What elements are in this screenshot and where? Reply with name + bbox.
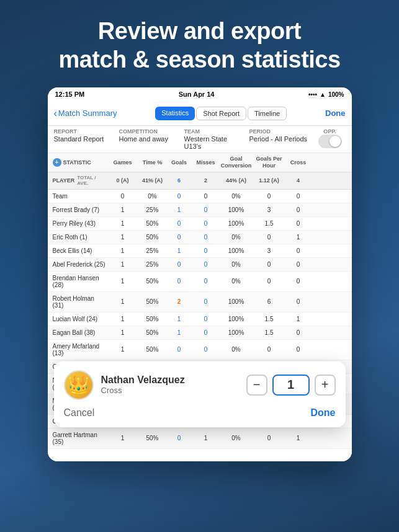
table-row[interactable]: Abel Frederick (25) 1 25% 0 0 0% 0 0	[48, 258, 352, 272]
cell-gph: 1.5	[253, 217, 286, 230]
sh-gc: 44% (A)	[220, 172, 253, 189]
done-button[interactable]: Done	[325, 109, 346, 118]
cell-gph: 0	[253, 190, 286, 203]
cell-games: 1	[107, 428, 138, 448]
table-row[interactable]: Perry Riley (43) 1 50% 0 0 100% 1.5 0	[48, 217, 352, 231]
add-stat-icon[interactable]: +	[53, 158, 61, 167]
cell-cross: 0	[286, 203, 311, 216]
player-name: Eagan Ball (38)	[52, 326, 107, 339]
competition-value[interactable]: Home and away	[119, 135, 181, 143]
cell-cross: 0	[286, 217, 311, 230]
cell-goals: 0	[167, 272, 192, 291]
popup-name-section: Nathan Velazquez Cross	[101, 375, 246, 395]
chevron-left-icon: ‹	[54, 108, 57, 119]
opp-toggle[interactable]	[318, 135, 342, 148]
cell-misses: 0	[192, 217, 220, 230]
table-row[interactable]: Eagan Ball (38) 1 50% 1 0 100% 1.5 0	[48, 326, 352, 340]
popup-overlay: 👑 Nathan Velazquez Cross − 1 + Cancel Do…	[48, 374, 352, 415]
signal-icon: ••••	[308, 91, 317, 98]
th-games: Games	[107, 153, 138, 172]
sh-games: 0 (A)	[107, 172, 138, 189]
cell-gc: 0%	[220, 272, 253, 291]
cell-time: 50%	[138, 428, 167, 448]
sh-time: 41% (A)	[138, 172, 167, 189]
cell-gph: 0	[253, 340, 286, 360]
table-subheader: PLAYER TOTAL / AVE. 0 (A) 41% (A) 6 2 44…	[48, 172, 352, 190]
cell-time: 50%	[138, 326, 167, 339]
table-row[interactable]: Robert Holman (31) 1 50% 2 0 100% 6 0	[48, 292, 352, 313]
table-row[interactable]: Eric Roth (1) 1 50% 0 0 0% 0 1	[48, 231, 352, 244]
report-label: REPORT	[54, 128, 115, 135]
cell-cross: 0	[286, 258, 311, 271]
cell-gc: 100%	[220, 217, 253, 230]
cell-misses: 0	[192, 292, 220, 312]
popup-done-button[interactable]: Done	[311, 407, 336, 419]
cell-goals: 0	[167, 190, 192, 203]
sh-player: PLAYER TOTAL / AVE.	[52, 172, 107, 189]
cell-time: 50%	[138, 292, 167, 312]
cell-time: 50%	[138, 272, 167, 291]
report-value[interactable]: Standard Report	[54, 135, 115, 143]
popup-header: 👑 Nathan Velazquez Cross − 1 +	[64, 370, 336, 400]
status-date: Sun Apr 14	[179, 91, 215, 98]
cell-misses: 0	[192, 313, 220, 326]
table-row[interactable]: Lucian Wolf (24) 1 50% 1 0 100% 1.5 1	[48, 313, 352, 326]
th-goals: Goals	[167, 153, 192, 172]
cell-gph: 1.5	[253, 326, 286, 339]
cell-misses: 0	[192, 340, 220, 360]
cell-gc: 100%	[220, 292, 253, 312]
cell-goals: 0	[167, 428, 192, 448]
cell-games: 1	[107, 313, 138, 326]
team-value[interactable]: Western State U13's	[184, 135, 246, 150]
cell-gph: 3	[253, 244, 286, 257]
nav-back-label: Match Summary	[58, 109, 117, 118]
player-name: Garrett Hartman (35)	[52, 428, 107, 448]
cell-goals: 1	[167, 244, 192, 257]
cell-goals: 1	[167, 313, 192, 326]
sh-misses: 2	[192, 172, 220, 189]
table-row[interactable]: Brendan Hansen (28) 1 50% 0 0 0% 0 0	[48, 272, 352, 292]
wifi-icon: ▲	[320, 91, 326, 98]
cell-gc: 0%	[220, 190, 253, 203]
cell-gc: 0%	[220, 340, 253, 360]
table-row[interactable]: Forrest Brady (7) 1 25% 1 0 100% 3 0	[48, 203, 352, 217]
table-row[interactable]: Amery Mcfarland (13) 1 50% 0 0 0% 0 0	[48, 340, 352, 360]
popup-player-name: Nathan Velazquez	[101, 375, 246, 386]
status-time: 12:15 PM	[55, 91, 85, 98]
cell-gph: 1.5	[253, 313, 286, 326]
cell-games: 1	[107, 244, 138, 257]
table-row[interactable]: Beck Ellis (14) 1 25% 1 0 100% 3 0	[48, 244, 352, 258]
hero-text: Review and export match & season statist…	[34, 0, 365, 87]
status-bar: 12:15 PM Sun Apr 14 •••• ▲ 100%	[48, 87, 352, 101]
cell-time: 50%	[138, 313, 167, 326]
popup-cancel-button[interactable]: Cancel	[64, 407, 95, 419]
tab-shot-report[interactable]: Shot Report	[196, 107, 246, 120]
cell-games: 1	[107, 217, 138, 230]
player-name: Amery Mcfarland (13)	[52, 340, 107, 360]
table-row[interactable]: Garrett Hartman (35) 1 50% 0 1 0% 0 1	[48, 428, 352, 449]
cell-games: 1	[107, 258, 138, 271]
cell-cross: 0	[286, 190, 311, 203]
toggle-thumb	[330, 136, 341, 147]
cell-misses: 0	[192, 190, 220, 203]
cell-cross: 1	[286, 313, 311, 326]
nav-back-button[interactable]: ‹ Match Summary	[54, 108, 117, 119]
cell-gc: 100%	[220, 203, 253, 216]
table-row[interactable]: Team 0 0% 0 0 0% 0 0	[48, 190, 352, 203]
cell-gc: 0%	[220, 428, 253, 448]
cell-cross: 1	[286, 428, 311, 448]
player-name: Beck Ellis (14)	[52, 244, 107, 257]
cell-games: 1	[107, 292, 138, 312]
period-value[interactable]: Period - All Periods	[249, 135, 311, 143]
cell-gph: 6	[253, 292, 286, 312]
th-time: Time %	[138, 153, 167, 172]
player-name: Lucian Wolf (24)	[52, 313, 107, 326]
decrement-button[interactable]: −	[246, 375, 267, 396]
stats-table: + STATISTIC Games Time % Goals Misses Go…	[48, 153, 352, 461]
competition-label: COMPETITION	[119, 128, 181, 135]
increment-button[interactable]: +	[315, 375, 336, 396]
tab-statistics[interactable]: Statistics	[155, 107, 195, 120]
battery-icon: 100%	[328, 91, 344, 98]
tab-timeline[interactable]: Timeline	[248, 107, 287, 120]
player-name: Brendan Hansen (28)	[52, 272, 107, 291]
